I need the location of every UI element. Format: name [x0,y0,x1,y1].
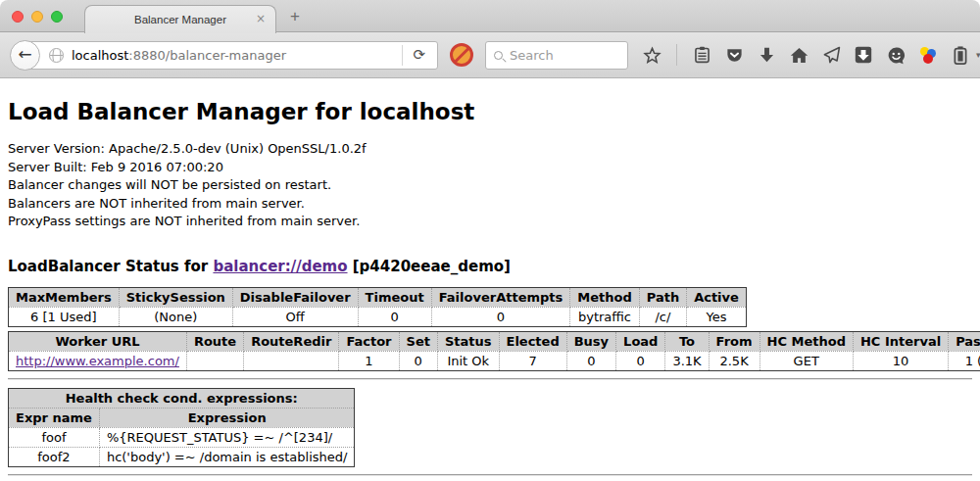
status-heading-suffix: [p4420eeae_demo] [348,258,511,275]
dropdown-caret-icon[interactable]: ▾ [976,50,980,60]
header-cell: Path [639,287,686,307]
header-cell: HC Method [760,331,853,351]
send-icon[interactable] [821,45,841,65]
status-heading-prefix: LoadBalancer Status for [8,258,213,275]
battery-icon[interactable] [951,45,970,65]
cell: Init Ok [437,351,499,370]
header-cell: To [665,331,709,351]
section-divider [8,378,972,380]
cell: foof [9,427,100,447]
table-row: 6 [1 Used](None)Off00bytraffic/c/Yes [9,307,747,326]
globe-icon [49,48,64,63]
server-version-line: Server Version: Apache/2.5.0-dev (Unix) … [8,140,972,159]
table-row: foof%{REQUEST_STATUS} =~ /^[234]/ [9,427,355,447]
window-controls [12,11,63,23]
cell: %{REQUEST_STATUS} =~ /^[234]/ [99,427,355,447]
page-content: Load Balancer Manager for localhost Serv… [0,78,980,481]
tab-title: Balancer Manager [134,14,226,25]
table-header-row: Worker URLRouteRouteRedirFactorSetStatus… [9,331,980,351]
cell: 1 [339,351,399,370]
pocket-icon[interactable] [724,45,744,65]
url-domain: localhost [72,48,128,63]
health-table-title-row: Health check cond. expressions: [9,388,355,408]
worker-status-table: Worker URLRouteRouteRedirFactorSetStatus… [8,331,980,371]
header-cell: Elected [499,331,566,351]
header-cell: HC Interval [853,331,948,351]
worker-url-cell: http://www.example.com/ [9,351,187,370]
toolbar-separator [676,44,677,66]
close-window-button[interactable] [12,11,24,23]
cell: (None) [119,307,232,326]
reload-button[interactable]: ⟳ [402,45,433,66]
header-cell: Load [616,331,665,351]
health-check-table: Health check cond. expressions: Expr nam… [8,388,355,467]
table-row: http://www.example.com/ /* remaining cel… [9,351,980,370]
adblock-icon[interactable] [450,43,473,67]
worker-url-link[interactable]: http://www.example.com/ [16,354,179,368]
persist-note-line: Balancer changes will NOT be persisted o… [8,176,972,195]
clipboard-icon[interactable] [692,45,711,65]
cell: Yes [687,307,747,326]
cell: /c/ [639,307,686,326]
cell: GET [760,351,853,370]
cell: bytraffic [570,307,639,326]
cell: 7 [499,351,566,370]
balancer-status-heading: LoadBalancer Status for balancer://demo … [8,258,972,275]
url-bar[interactable]: localhost:8880/balancer-manager ⟳ [24,41,438,70]
header-cell: Worker URL [9,331,187,351]
cell: 3.1K [665,351,709,370]
back-icon: ← [18,46,31,63]
url-path: :8880/balancer-manager [128,48,286,63]
cell: 6 [1 Used] [9,307,120,326]
proxypass-note-line: ProxyPass settings are NOT inherited fro… [8,213,972,231]
cell: Off [232,307,358,326]
new-tab-button[interactable]: + [290,7,300,26]
table-header-row: Expr nameExpression [9,408,355,427]
header-cell: DisableFailover [232,287,358,307]
cell: hc('body') =~ /domain is established/ [99,447,355,466]
bookmark-star-icon[interactable] [642,45,662,65]
header-cell: Factor [339,331,399,351]
header-cell: Status [437,331,499,351]
header-cell: StickySession [119,287,232,307]
balancer-demo-link[interactable]: balancer://demo [213,258,347,275]
bottom-divider [8,474,972,476]
download-icon[interactable] [757,45,776,65]
cell: 2.5K [709,351,760,370]
browser-window: Balancer Manager × + ← localhost:8880/ba… [0,0,980,481]
tab-balancer-manager[interactable]: Balancer Manager × [84,5,276,33]
colored-dots-icon[interactable] [918,45,938,65]
header-cell: From [709,331,760,351]
cell: foof2 [9,447,100,466]
cell [244,351,339,370]
header-cell: RouteRedir [244,331,339,351]
health-table-title: Health check cond. expressions: [9,388,355,408]
zoom-window-button[interactable] [51,11,63,23]
header-cell: Route [186,331,243,351]
header-cell: Timeout [358,287,431,307]
inherit-note-line: Balancers are NOT inherited from main se… [8,195,972,214]
table-row: foof2hc('body') =~ /domain is establishe… [9,447,355,466]
cell [186,351,243,370]
header-cell: Expr name [9,408,100,427]
cell: 0 [358,307,431,326]
smiley-icon[interactable] [886,45,906,65]
toolbar-icons: ▾ [642,44,980,66]
header-cell: Set [399,331,437,351]
search-icon [494,51,503,60]
back-button[interactable]: ← [10,40,40,71]
header-cell: Busy [566,331,615,351]
minimize-window-button[interactable] [31,11,43,23]
cell: 0 [566,351,615,370]
server-info: Server Version: Apache/2.5.0-dev (Unix) … [8,140,972,231]
titlebar: Balancer Manager × + [0,0,980,32]
page-title: Load Balancer Manager for localhost [8,78,972,124]
header-cell: MaxMembers [9,287,120,307]
cell: 1 (0) [949,351,980,370]
search-placeholder: Search [510,48,554,63]
download-box-icon[interactable] [854,45,873,65]
home-icon[interactable] [789,45,808,65]
tab-close-icon[interactable]: × [256,12,266,25]
search-input[interactable]: Search [485,41,628,70]
cell: 0 [399,351,437,370]
